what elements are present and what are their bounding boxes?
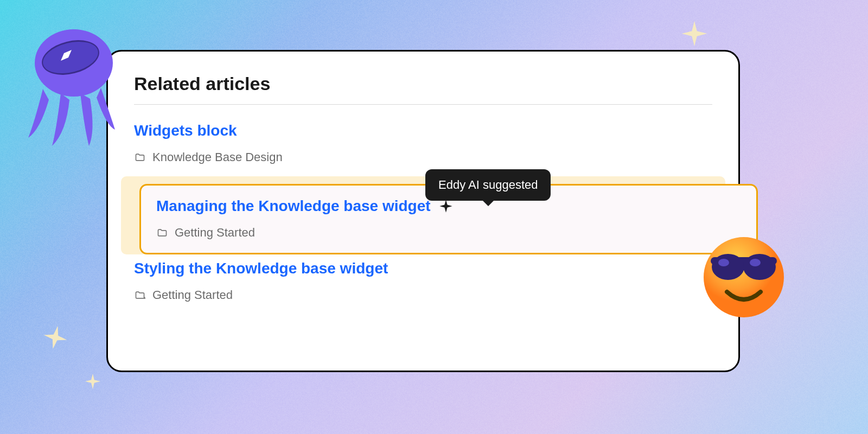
- sparkle-icon: [84, 372, 102, 391]
- category-label: Getting Started: [152, 288, 233, 302]
- svg-point-0: [35, 29, 113, 97]
- svg-point-1: [38, 35, 103, 80]
- article-title-text: Managing the Knowledge base widget: [156, 197, 431, 215]
- svg-point-6: [743, 254, 776, 280]
- card-title: Related articles: [134, 73, 712, 105]
- category-label: Knowledge Base Design: [152, 150, 283, 164]
- article-item[interactable]: Styling the Knowledge base widget Gettin…: [134, 257, 712, 314]
- article-title-text: Widgets block: [134, 122, 237, 139]
- ai-sparkle-icon: [438, 199, 454, 214]
- article-category: Knowledge Base Design: [134, 150, 712, 164]
- sparkle-icon: [39, 321, 72, 354]
- category-label: Getting Started: [175, 226, 255, 240]
- folder-icon: [134, 290, 146, 301]
- article-category: Getting Started: [156, 226, 741, 240]
- related-articles-card: Related articles Widgets block Knowledge…: [106, 50, 740, 372]
- highlighted-article-container: Managing the Knowledge base widget Getti…: [121, 176, 725, 254]
- folder-icon: [134, 152, 146, 163]
- sparkle-icon: [679, 18, 710, 49]
- octopus-mascot-icon: [24, 24, 116, 149]
- svg-point-2: [40, 36, 101, 79]
- folder-icon: [156, 227, 168, 238]
- article-link[interactable]: Styling the Knowledge base widget: [134, 260, 712, 277]
- article-item[interactable]: Widgets block Knowledge Base Design: [134, 119, 712, 176]
- article-category: Getting Started: [134, 288, 712, 302]
- article-title-text: Styling the Knowledge base widget: [134, 260, 388, 277]
- svg-point-8: [750, 259, 761, 266]
- article-link[interactable]: Widgets block: [134, 122, 712, 139]
- ai-suggested-tooltip: Eddy AI suggested: [425, 169, 551, 201]
